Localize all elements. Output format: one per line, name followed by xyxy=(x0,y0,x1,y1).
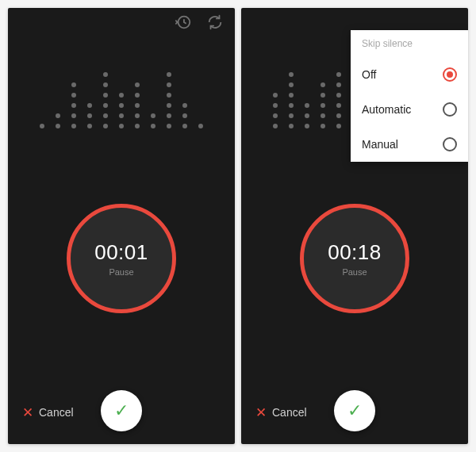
elapsed-time: 00:18 xyxy=(328,240,382,265)
viz-dot xyxy=(103,82,108,87)
viz-dot xyxy=(87,124,92,128)
viz-dot xyxy=(305,113,309,118)
skip-silence-option-automatic[interactable]: Automatic xyxy=(351,92,468,127)
viz-dot xyxy=(289,82,294,87)
viz-dot xyxy=(71,124,76,128)
viz-dot xyxy=(119,113,124,118)
topbar xyxy=(8,8,235,36)
viz-dot xyxy=(289,103,294,108)
skip-silence-option-off[interactable]: Off xyxy=(351,57,468,92)
audio-visualizer xyxy=(8,72,235,128)
viz-dot xyxy=(336,103,341,108)
viz-dot xyxy=(151,124,155,128)
option-label: Off xyxy=(362,68,376,81)
viz-dot xyxy=(167,113,171,118)
recorder-screen-right: Skip silence OffAutomaticManual 00:18 Pa… xyxy=(241,8,468,444)
viz-dot xyxy=(135,82,140,87)
skip-silence-option-manual[interactable]: Manual xyxy=(351,127,468,162)
confirm-button[interactable]: ✓ xyxy=(334,390,375,431)
viz-dot xyxy=(135,103,140,108)
close-icon: ✕ xyxy=(255,404,267,421)
viz-dot xyxy=(71,93,76,98)
viz-dot xyxy=(40,124,44,128)
viz-dot xyxy=(71,82,76,87)
viz-column xyxy=(321,72,325,128)
viz-dot xyxy=(135,124,140,128)
viz-dot xyxy=(289,113,294,118)
record-state-label: Pause xyxy=(342,267,367,277)
cancel-button[interactable]: ✕ Cancel xyxy=(255,404,307,421)
viz-dot xyxy=(182,124,187,128)
option-label: Automatic xyxy=(362,103,411,116)
viz-dot xyxy=(273,124,278,128)
viz-dot xyxy=(336,93,341,98)
viz-dot xyxy=(336,113,341,118)
viz-dot xyxy=(167,72,171,77)
menu-title: Skip silence xyxy=(351,30,468,57)
viz-column xyxy=(289,72,294,128)
bottom-bar: ✕ Cancel ✓ xyxy=(241,381,468,444)
viz-dot xyxy=(56,113,60,118)
viz-column xyxy=(198,72,203,128)
viz-dot xyxy=(305,103,309,108)
viz-dot xyxy=(56,124,60,128)
cancel-button[interactable]: ✕ Cancel xyxy=(22,404,74,421)
option-label: Manual xyxy=(362,138,398,151)
viz-column xyxy=(182,72,187,128)
viz-dot xyxy=(135,113,140,118)
record-state-label: Pause xyxy=(109,267,133,277)
viz-dot xyxy=(167,124,171,128)
check-icon: ✓ xyxy=(347,400,362,421)
viz-column xyxy=(305,72,309,128)
viz-dot xyxy=(103,93,108,98)
viz-dot xyxy=(273,93,278,98)
viz-dot xyxy=(87,103,92,108)
elapsed-time: 00:01 xyxy=(94,240,148,265)
radio-icon xyxy=(443,137,457,151)
viz-column xyxy=(40,72,44,128)
pause-button[interactable]: 00:01 Pause xyxy=(67,204,176,313)
viz-column xyxy=(135,72,140,128)
viz-dot xyxy=(289,93,294,98)
viz-dot xyxy=(119,93,124,98)
pause-button[interactable]: 00:18 Pause xyxy=(300,204,409,313)
viz-dot xyxy=(336,72,341,77)
viz-dot xyxy=(119,124,124,128)
viz-dot xyxy=(167,103,171,108)
viz-dot xyxy=(321,82,325,87)
viz-dot xyxy=(103,113,108,118)
viz-dot xyxy=(273,103,278,108)
viz-dot xyxy=(103,103,108,108)
viz-dot xyxy=(321,124,325,128)
viz-dot xyxy=(198,124,203,128)
record-area: 00:18 Pause xyxy=(241,136,468,381)
viz-dot xyxy=(119,103,124,108)
viz-column xyxy=(167,72,171,128)
viz-column xyxy=(151,72,155,128)
viz-column xyxy=(103,72,108,128)
viz-dot xyxy=(87,113,92,118)
viz-column xyxy=(56,72,60,128)
viz-dot xyxy=(103,72,108,77)
viz-dot xyxy=(336,124,341,128)
record-area: 00:01 Pause xyxy=(8,136,235,381)
skip-silence-menu: Skip silence OffAutomaticManual xyxy=(351,30,468,162)
viz-dot xyxy=(167,82,171,87)
sync-icon[interactable] xyxy=(206,13,224,31)
bottom-bar: ✕ Cancel ✓ xyxy=(8,381,235,444)
viz-dot xyxy=(167,93,171,98)
viz-dot xyxy=(321,113,325,118)
confirm-button[interactable]: ✓ xyxy=(101,390,142,431)
radio-icon xyxy=(443,102,457,117)
history-icon[interactable] xyxy=(175,13,192,31)
cancel-label: Cancel xyxy=(272,406,307,419)
viz-dot xyxy=(289,72,294,77)
viz-dot xyxy=(151,113,155,118)
viz-dot xyxy=(182,103,187,108)
radio-icon xyxy=(443,67,457,82)
viz-dot xyxy=(273,113,278,118)
viz-dot xyxy=(71,113,76,118)
check-icon: ✓ xyxy=(114,400,129,421)
viz-column xyxy=(71,72,76,128)
viz-dot xyxy=(135,93,140,98)
